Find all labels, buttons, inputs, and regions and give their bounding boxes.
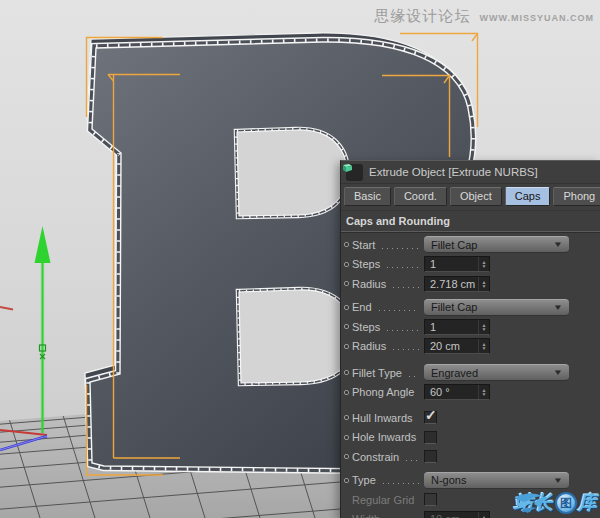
chevron-down-icon: ▼ xyxy=(553,303,563,312)
spinner-down-icon: ▼ xyxy=(482,346,487,350)
param-row-constrain: Constrain xyxy=(344,447,600,467)
leader-dots xyxy=(407,375,419,378)
width-field: 10 cm ▲ ▼ xyxy=(424,511,490,518)
tab-basic[interactable]: Basic xyxy=(344,187,391,206)
spinner[interactable]: ▲ ▼ xyxy=(478,339,489,353)
panel-tabs: Basic Coord. Object Caps Phong xyxy=(341,184,600,210)
param-row-start: Start Fillet Cap ▼ xyxy=(344,235,600,255)
start-dropdown[interactable]: Fillet Cap ▼ xyxy=(424,236,569,253)
anim-dot[interactable] xyxy=(344,435,349,440)
leader-dots xyxy=(381,482,419,485)
watermark-top: 思缘设计论坛 WWW.MISSYUAN.COM xyxy=(375,7,595,26)
leader-dots xyxy=(385,329,419,332)
cinema4d-viewport-screenshot: 思缘设计论坛 WWW.MISSYUAN.COM Extrude Object [… xyxy=(0,0,600,518)
spinner[interactable]: ▲ ▼ xyxy=(478,320,489,334)
phong-angle-field[interactable]: 60 ° ▲ ▼ xyxy=(424,384,490,400)
panel-title: Extrude Object [Extrude NURBS] xyxy=(369,166,538,178)
hull-inwards-checkbox[interactable]: ✓ xyxy=(424,411,437,424)
spinner-down-icon: ▼ xyxy=(482,284,487,288)
anim-dot[interactable] xyxy=(344,281,349,286)
radius-end-field[interactable]: 20 cm ▲ ▼ xyxy=(424,338,490,354)
param-row-fillet-type: Fillet Type Engraved ▼ xyxy=(344,363,600,383)
fillet-type-dropdown[interactable]: Engraved ▼ xyxy=(424,364,569,381)
leader-dots xyxy=(391,348,419,351)
leader-dots xyxy=(391,286,419,289)
anim-dot[interactable] xyxy=(344,344,349,349)
radius-start-field[interactable]: 2.718 cm ▲ ▼ xyxy=(424,276,490,292)
anim-dot[interactable] xyxy=(344,305,349,310)
param-row-hole-inwards: Hole Inwards xyxy=(344,428,600,448)
spinner-down-icon: ▼ xyxy=(482,327,487,331)
constrain-checkbox[interactable] xyxy=(424,450,437,463)
type-dropdown[interactable]: N-gons ▼ xyxy=(424,472,569,489)
anim-dot[interactable] xyxy=(344,478,349,483)
watermark-logo: 站长 图 库 xyxy=(514,490,598,516)
spinner[interactable]: ▲ ▼ xyxy=(478,385,489,399)
param-row-hull-inwards: Hull Inwards ✓ xyxy=(344,408,600,428)
anim-dot[interactable] xyxy=(344,390,349,395)
leader-dots xyxy=(380,247,419,250)
chevron-down-icon: ▼ xyxy=(553,476,563,485)
check-icon: ✓ xyxy=(425,407,437,423)
param-row-type: Type N-gons ▼ xyxy=(344,471,600,491)
chevron-down-icon: ▼ xyxy=(553,240,563,249)
steps-end-field[interactable]: 1 ▲ ▼ xyxy=(424,319,490,335)
panel-titlebar: Extrude Object [Extrude NURBS] xyxy=(341,161,600,184)
flame-swoosh-icon xyxy=(514,490,548,516)
param-row-radius-end: Radius 20 cm ▲ ▼ xyxy=(344,337,600,357)
spinner-down-icon: ▼ xyxy=(482,392,487,396)
extrude-nurbs-icon xyxy=(346,164,363,181)
tab-phong[interactable]: Phong xyxy=(553,187,600,206)
anim-dot[interactable] xyxy=(344,454,349,459)
spinner-down-icon: ▼ xyxy=(482,264,487,268)
parameter-rows: Start Fillet Cap ▼ Steps 1 ▲ ▼ xyxy=(341,232,600,518)
tab-caps[interactable]: Caps xyxy=(505,187,551,206)
tab-coord[interactable]: Coord. xyxy=(394,187,447,206)
regular-grid-checkbox xyxy=(424,493,437,506)
steps-start-field[interactable]: 1 ▲ ▼ xyxy=(424,256,490,272)
end-dropdown[interactable]: Fillet Cap ▼ xyxy=(424,299,569,316)
param-row-phong-angle: Phong Angle 60 ° ▲ ▼ xyxy=(344,383,600,403)
param-row-steps-end: Steps 1 ▲ ▼ xyxy=(344,317,600,337)
leader-dots xyxy=(418,420,419,423)
anim-dot[interactable] xyxy=(344,324,349,329)
anim-dot[interactable] xyxy=(344,370,349,375)
leader-dots xyxy=(385,266,419,269)
anim-dot[interactable] xyxy=(344,242,349,247)
param-row-end: End Fillet Cap ▼ xyxy=(344,298,600,318)
spinner[interactable]: ▲ ▼ xyxy=(478,257,489,271)
brand-text-right: 库 xyxy=(578,490,598,516)
param-row-steps-start: Steps 1 ▲ ▼ xyxy=(344,255,600,275)
leader-dots xyxy=(404,459,419,462)
spinner[interactable]: ▲ ▼ xyxy=(478,277,489,291)
tab-object[interactable]: Object xyxy=(450,187,502,206)
section-title: Caps and Rounding xyxy=(341,210,600,232)
watermark-site-url: WWW.MISSYUAN.COM xyxy=(480,13,595,23)
anim-dot[interactable] xyxy=(344,415,349,420)
extrude-object-panel: Extrude Object [Extrude NURBS] Basic Coo… xyxy=(340,160,600,518)
anim-dot[interactable] xyxy=(344,262,349,267)
brand-badge: 图 xyxy=(555,492,577,514)
leader-dots xyxy=(377,309,419,312)
watermark-site-name: 思缘设计论坛 xyxy=(375,7,471,26)
param-row-radius-start: Radius 2.718 cm ▲ ▼ xyxy=(344,274,600,294)
chevron-down-icon: ▼ xyxy=(553,368,563,377)
hole-inwards-checkbox[interactable] xyxy=(424,431,437,444)
